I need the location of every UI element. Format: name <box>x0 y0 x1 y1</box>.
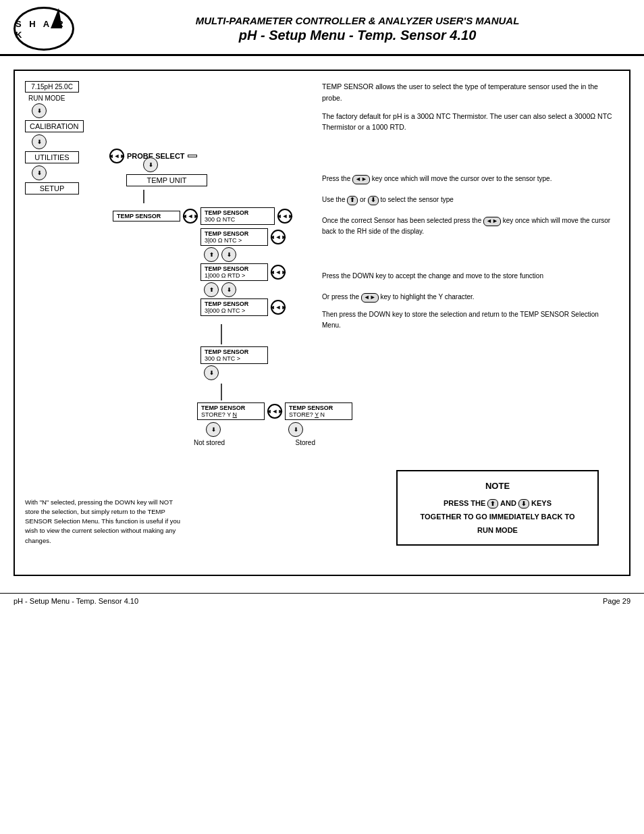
down-key-4[interactable]: ⬇ <box>143 157 158 172</box>
sensor-option-1-keys: ⬆ ⬇ <box>204 247 315 262</box>
instructions-block: Press the ◄► key once which will move th… <box>322 174 619 237</box>
sensor-option-1-connector[interactable]: ◄► <box>271 230 286 244</box>
temp-sensor-right-box: TEMP SENSOR 300 Ω NTC <box>200 207 275 225</box>
store-instruction1: Press the DOWN key to accept the change … <box>322 271 619 282</box>
note-line2: TOGETHER TO GO IMMEDIATELY BACK TO <box>411 511 584 524</box>
header: S H A R K MULTI-PARAMETER CONTROLLER & A… <box>0 0 644 56</box>
temp-sensor-main-row: TEMP SENSOR ◄► TEMP SENSOR 300 Ω NTC ◄► <box>113 207 315 225</box>
temp-sensor-left-box: TEMP SENSOR <box>113 211 180 221</box>
calibration-menu-item[interactable]: CALIBRATION <box>25 120 84 132</box>
down-key-icon: ⬇ <box>368 196 379 205</box>
left-flow: 7.15pH 25.0C RUN MODE ⬇ CALIBRATION ⬇ UT… <box>25 81 315 450</box>
stored-label: Stored <box>296 439 315 446</box>
n-selected-note: With "N" selected, pressing the DOWN key… <box>25 498 194 546</box>
store-labels: Not stored Stored <box>194 439 315 446</box>
down-key-store-y[interactable]: ⬇ <box>288 422 303 437</box>
down-key-note: ⬇ <box>518 499 529 509</box>
up-key-icon: ⬆ <box>347 196 358 205</box>
enter-key-icon3: ◄► <box>361 293 379 303</box>
store-instruction2: Or press the ◄► key to highlight the Y c… <box>322 292 619 303</box>
desc-para1: TEMP SENSOR allows the user to select th… <box>322 81 619 104</box>
down-key-store-n[interactable]: ⬇ <box>206 422 221 437</box>
down-key-2[interactable]: ⬇ <box>32 134 47 149</box>
store-n-connector[interactable]: ◄► <box>267 404 282 419</box>
probe-select-label: PROBE SELECT <box>127 152 185 160</box>
header-text-block: MULTI-PARAMETER CONTROLLER & ANALYZER US… <box>84 15 630 43</box>
note-line1: PRESS THE ⬆ AND ⬇ KEYS <box>411 497 584 511</box>
store-instructions-block: Press the DOWN key to accept the change … <box>322 271 619 331</box>
sensor-option-3-row: TEMP SENSOR 3|000 Ω NTC > ◄► <box>200 298 315 316</box>
bottom-row: With "N" selected, pressing the DOWN key… <box>25 457 619 546</box>
down-key-6[interactable]: ⬇ <box>221 282 236 297</box>
main-content: 7.15pH 25.0C RUN MODE ⬇ CALIBRATION ⬇ UT… <box>0 56 644 590</box>
note-title: NOTE <box>411 478 584 494</box>
store-confirm-row: TEMP SENSOR 300 Ω NTC > ⬇ <box>200 346 315 380</box>
sensor-options-group: TEMP SENSOR 3|00 Ω NTC > ◄► ⬆ ⬇ <box>200 228 315 317</box>
sensor-option-2-keys: ⬆ ⬇ <box>204 282 315 297</box>
header-subtitle: pH - Setup Menu - Temp. Sensor 4.10 <box>84 28 630 43</box>
note-line3: RUN MODE <box>411 524 584 538</box>
sensor-option-2-row: TEMP SENSOR 1|000 Ω RTD > ◄► <box>200 263 315 281</box>
store-final-instruction: Then press the DOWN key to store the sel… <box>322 309 619 331</box>
utilities-menu-item[interactable]: UTILITIES <box>25 151 79 163</box>
up-key-2[interactable]: ⬆ <box>204 282 219 297</box>
header-title: MULTI-PARAMETER CONTROLLER & ANALYZER US… <box>84 15 630 26</box>
footer-right: Page 29 <box>603 597 630 605</box>
down-key-1[interactable]: ⬇ <box>32 103 47 118</box>
left-menu-column: 7.15pH 25.0C RUN MODE ⬇ CALIBRATION ⬇ UT… <box>25 81 106 194</box>
down-key-3[interactable]: ⬇ <box>32 165 47 180</box>
instruction-step1: Press the ◄► key once which will move th… <box>322 174 619 184</box>
run-mode-label: RUN MODE <box>28 95 106 102</box>
sensor-option-2-connector[interactable]: ◄► <box>271 265 286 280</box>
instruction-step3: Once the correct Sensor has been selecte… <box>322 215 619 237</box>
run-mode-display: 7.15pH 25.0C <box>25 81 79 93</box>
store-not-stored-row: TEMP SENSOR STORE? Y N ◄► TEMP SENSOR ST… <box>197 402 315 420</box>
footer-left: pH - Setup Menu - Temp. Sensor 4.10 <box>14 597 138 605</box>
not-stored-label: Not stored <box>194 439 255 446</box>
temp-unit-row: TEMP UNIT <box>126 174 315 186</box>
sensor-option-3-box: TEMP SENSOR 3|000 Ω NTC > <box>200 298 268 316</box>
store-n-box: TEMP SENSOR STORE? Y N <box>197 402 265 420</box>
sensor-option-3-connector[interactable]: ◄► <box>271 300 286 315</box>
right-description: TEMP SENSOR allows the user to select th… <box>315 81 619 331</box>
desc-para2: The factory default for pH is a 300Ω NTC… <box>322 111 619 134</box>
probe-select-box <box>188 155 197 157</box>
up-key-1[interactable]: ⬆ <box>204 247 219 262</box>
up-key-note: ⬆ <box>487 499 498 509</box>
down-key-store[interactable]: ⬇ <box>204 365 219 380</box>
sensor-option-1-box: TEMP SENSOR 3|00 Ω NTC > <box>200 228 268 246</box>
instruction-step2: Use the ⬆ or ⬇ to select the sensor type <box>322 194 619 205</box>
shark-logo: S H A R K <box>14 7 74 51</box>
diagram-box: 7.15pH 25.0C RUN MODE ⬇ CALIBRATION ⬇ UT… <box>14 70 630 576</box>
store-confirm-box: TEMP SENSOR 300 Ω NTC > <box>200 346 268 364</box>
sensor-option-1-row: TEMP SENSOR 3|00 Ω NTC > ◄► <box>200 228 315 246</box>
down-key-5[interactable]: ⬇ <box>221 247 236 262</box>
temp-sensor-connector[interactable]: ◄► <box>183 209 198 224</box>
sensor-option-2-box: TEMP SENSOR 1|000 Ω RTD > <box>200 263 268 281</box>
footer: pH - Setup Menu - Temp. Sensor 4.10 Page… <box>0 593 644 608</box>
page: S H A R K MULTI-PARAMETER CONTROLLER & A… <box>0 0 644 834</box>
temp-sensor-right-connector[interactable]: ◄► <box>277 209 292 224</box>
probe-select-connector[interactable]: ◄► <box>109 149 124 163</box>
temp-unit-box: TEMP UNIT <box>126 174 207 186</box>
store-down-keys: ⬇ ⬇ <box>206 422 315 437</box>
store-y-box: TEMP SENSOR STORE? Y N <box>285 402 352 420</box>
setup-menu-item[interactable]: SETUP <box>25 182 79 194</box>
note-box: NOTE PRESS THE ⬆ AND ⬇ KEYS TOGETHER TO … <box>396 470 599 546</box>
enter-key-icon2: ◄► <box>483 217 501 226</box>
enter-key-icon: ◄► <box>352 175 370 184</box>
